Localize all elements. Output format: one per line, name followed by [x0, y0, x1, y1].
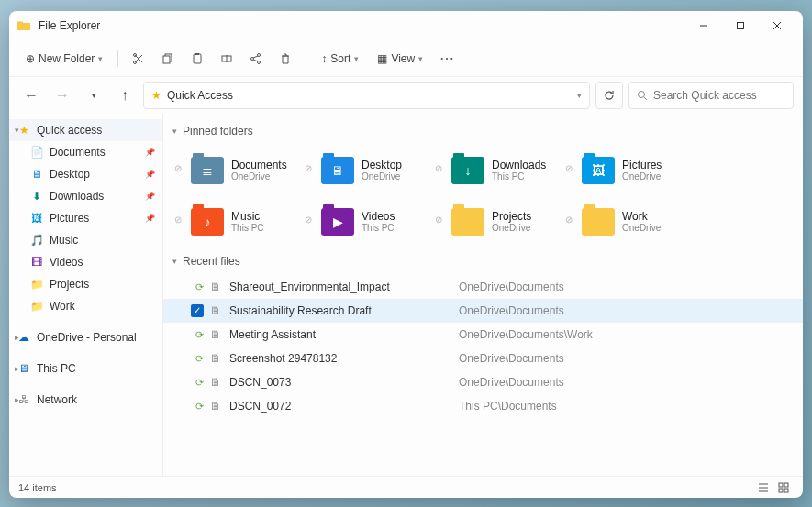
address-bar[interactable]: ★ Quick Access ▾ [143, 82, 590, 109]
folder-icon: ⬇ [29, 189, 44, 204]
checkbox-checked-icon[interactable]: ✓ [191, 304, 204, 317]
minimize-button[interactable] [685, 13, 722, 39]
star-icon: ★ [151, 89, 161, 102]
file-explorer-window: File Explorer ⊕ New Folder ▾ ↕ Sort ▾ ▦ … [9, 11, 803, 498]
file-location: This PC\Documents [459, 400, 557, 413]
file-icon: 🗎 [207, 376, 224, 389]
folder-icon: 🎞 [29, 255, 44, 270]
file-name: DSCN_0073 [229, 376, 459, 389]
status-bar: 14 items [9, 476, 803, 498]
thumbnails-view-button[interactable] [773, 479, 794, 496]
sidebar-item-downloads[interactable]: ⬇Downloads📌 [9, 185, 162, 207]
sync-status-icon: ⟳ [191, 401, 207, 413]
sidebar-item-label: Projects [50, 278, 89, 291]
sidebar-item-documents[interactable]: 📄Documents📌 [9, 141, 162, 163]
sidebar-item-projects[interactable]: 📁Projects [9, 273, 162, 295]
chevron-down-icon: ▾ [98, 54, 103, 63]
sidebar-item-desktop[interactable]: 🖥Desktop📌 [9, 163, 162, 185]
sort-button[interactable]: ↕ Sort ▾ [314, 46, 366, 72]
paste-icon[interactable] [184, 46, 210, 72]
recent-file-row[interactable]: ⟳🗎DSCN_0072This PC\Documents [163, 394, 803, 418]
svg-rect-24 [779, 489, 783, 492]
pin-icon: 📌 [145, 170, 155, 179]
pinned-folder-desktop[interactable]: ⊘🖥DesktopOneDrive [321, 150, 435, 191]
search-box[interactable] [628, 82, 794, 109]
more-icon[interactable]: ⋯ [434, 46, 460, 72]
recent-files-header[interactable]: ▾ Recent files [163, 251, 803, 271]
up-button[interactable]: ↑ [112, 83, 138, 108]
chevron-down-icon: ▾ [172, 127, 177, 136]
share-icon[interactable] [243, 46, 269, 72]
recent-file-row[interactable]: ⟳🗎Shareout_Environmental_ImpactOneDrive\… [163, 275, 803, 299]
folder-icon: 🖥 [321, 157, 354, 184]
maximize-button[interactable] [722, 13, 759, 39]
pinned-folders-header[interactable]: ▾ Pinned folders [163, 121, 803, 141]
recent-file-row[interactable]: ✓🗎Sustainability Research DraftOneDrive\… [163, 299, 803, 323]
sidebar-quick-access[interactable]: ▾ ★ Quick access [9, 119, 162, 141]
recent-file-row[interactable]: ⟳🗎Screenshot 29478132OneDrive\Documents [163, 347, 803, 370]
chevron-down-icon[interactable]: ▾ [577, 91, 582, 100]
copy-icon[interactable] [155, 46, 181, 72]
sidebar-item-label: Work [50, 300, 75, 313]
sidebar-label: Quick access [37, 124, 102, 137]
folder-location: OneDrive [362, 171, 402, 182]
details-view-button[interactable] [753, 479, 773, 496]
sidebar-this-pc[interactable]: ▸ 🖥 This PC [9, 358, 162, 380]
title-bar: File Explorer [9, 11, 803, 40]
pinned-folder-downloads[interactable]: ⊘↓DownloadsThis PC [451, 150, 565, 191]
sidebar-label: Network [37, 393, 77, 406]
back-button[interactable]: ← [18, 83, 44, 108]
sidebar-item-work[interactable]: 📁Work [9, 295, 162, 317]
pinned-folder-music[interactable]: ⊘♪MusicThis PC [191, 202, 305, 242]
refresh-button[interactable] [595, 82, 623, 109]
sidebar: ▾ ★ Quick access 📄Documents📌🖥Desktop📌⬇Do… [9, 114, 163, 476]
folder-icon: 🖼 [582, 157, 615, 184]
sidebar-item-label: Videos [50, 256, 83, 269]
svg-line-18 [644, 97, 647, 100]
file-location: OneDrive\Documents [459, 352, 564, 365]
folder-name: Desktop [362, 159, 402, 171]
folder-location: This PC [492, 171, 546, 182]
sidebar-item-videos[interactable]: 🎞Videos [9, 251, 162, 273]
new-folder-button[interactable]: ⊕ New Folder ▾ [18, 46, 110, 72]
pin-icon: 📌 [145, 192, 155, 201]
pinned-folder-documents[interactable]: ⊘≣DocumentsOneDrive [191, 150, 305, 191]
content-pane: ▾ Pinned folders ⊘≣DocumentsOneDrive⊘🖥De… [163, 114, 803, 476]
pinned-folder-work[interactable]: ⊘WorkOneDrive [582, 202, 695, 242]
pinned-folder-videos[interactable]: ⊘▶VideosThis PC [321, 202, 435, 242]
recent-file-row[interactable]: ⟳🗎DSCN_0073OneDrive\Documents [163, 370, 803, 394]
sidebar-item-music[interactable]: 🎵Music [9, 229, 162, 251]
new-folder-label: New Folder [39, 52, 95, 65]
view-button[interactable]: ▦ View ▾ [370, 46, 430, 72]
file-location: OneDrive\Documents\Work [459, 328, 593, 341]
chevron-down-icon: ▾ [15, 126, 19, 135]
sidebar-label: This PC [37, 362, 76, 375]
recent-locations-button[interactable]: ▾ [81, 83, 106, 108]
sync-status-icon: ⟳ [191, 329, 207, 341]
sort-label: Sort [330, 52, 350, 65]
folder-icon: 🖥 [29, 167, 44, 182]
svg-rect-7 [163, 56, 170, 63]
recent-file-row[interactable]: ⟳🗎Meeting AssistantOneDrive\Documents\Wo… [163, 323, 803, 347]
search-icon [637, 90, 648, 101]
cut-icon[interactable] [126, 46, 151, 72]
rename-icon[interactable] [214, 46, 239, 72]
sort-icon: ↕ [321, 52, 327, 65]
delete-icon[interactable] [273, 46, 298, 72]
pin-icon: ⊘ [565, 215, 573, 225]
sidebar-network[interactable]: ▸ 🖧 Network [9, 389, 162, 411]
sidebar-onedrive[interactable]: ▸ ☁ OneDrive - Personal [9, 326, 162, 348]
view-label: View [391, 52, 415, 65]
search-input[interactable] [653, 89, 791, 102]
pinned-folder-pictures[interactable]: ⊘🖼PicturesOneDrive [582, 150, 695, 191]
file-icon: 🗎 [207, 352, 224, 365]
sidebar-item-label: Pictures [50, 212, 89, 225]
folder-name: Projects [492, 210, 531, 223]
close-button[interactable] [759, 13, 795, 39]
pinned-folder-projects[interactable]: ⊘ProjectsOneDrive [451, 202, 565, 242]
file-name: Sustainability Research Draft [229, 304, 459, 317]
section-label: Recent files [183, 255, 240, 268]
forward-button[interactable]: → [50, 83, 75, 108]
sidebar-item-pictures[interactable]: 🖼Pictures📌 [9, 207, 162, 229]
separator [306, 50, 306, 67]
